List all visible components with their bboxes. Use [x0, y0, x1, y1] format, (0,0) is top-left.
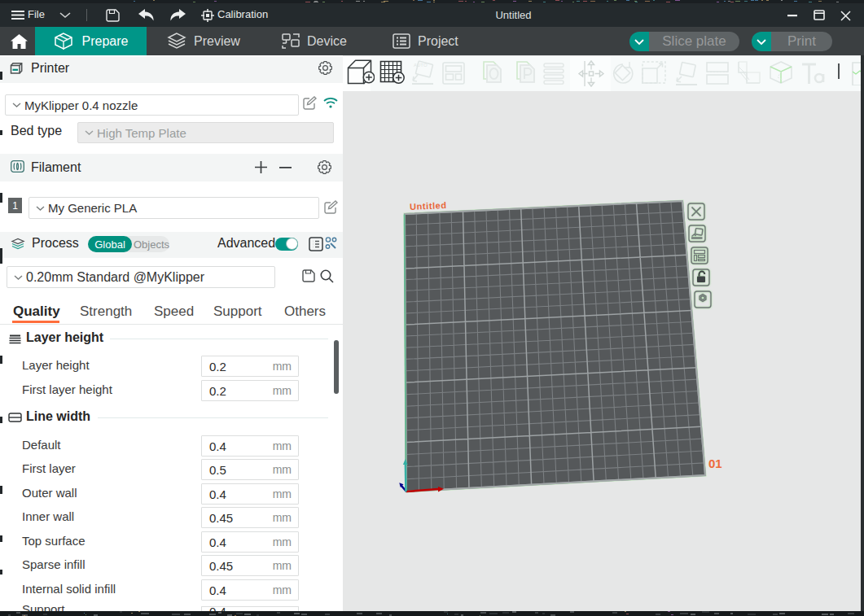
- svg-text:AUTO: AUTO: [414, 63, 428, 68]
